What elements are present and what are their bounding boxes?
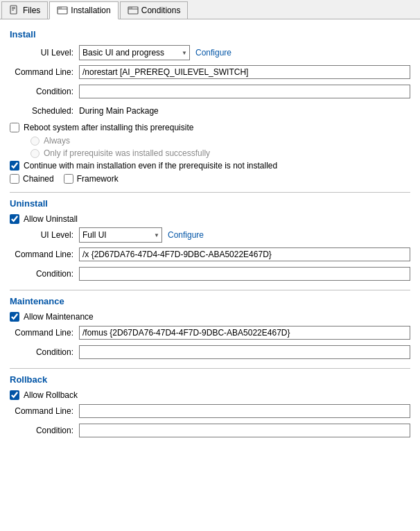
install-condition-label: Condition: [10, 87, 79, 96]
only-if-radio[interactable] [30, 149, 40, 158]
chained-item: Chained [10, 174, 54, 184]
rollback-condition-control [79, 424, 410, 437]
tab-bar: Files Installation Conditions [0, 0, 420, 19]
chained-checkbox[interactable] [10, 174, 19, 184]
uninstall-ui-level-row: UI Level: Full UI Configure [10, 227, 410, 243]
chained-framework-row: Chained Framework [10, 174, 410, 184]
install-condition-input[interactable] [79, 85, 410, 98]
svg-rect-1 [12, 7, 15, 8]
install-divider [10, 192, 410, 193]
framework-checkbox[interactable] [64, 174, 73, 184]
install-condition-control [79, 85, 410, 98]
uninstall-command-line-control [79, 247, 410, 261]
svg-point-11 [131, 8, 132, 9]
ui-level-label: UI Level: [10, 48, 79, 58]
allow-uninstall-label: Allow Uninstall [24, 214, 78, 224]
rollback-condition-input[interactable] [79, 424, 410, 437]
maintenance-command-line-label: Command Line: [10, 328, 79, 338]
uninstall-configure-link[interactable]: Configure [168, 230, 204, 240]
maintenance-command-line-input[interactable] [79, 326, 410, 340]
allow-uninstall-checkbox[interactable] [10, 214, 19, 224]
maintenance-header: Maintenance [10, 296, 410, 306]
continue-checkbox[interactable] [10, 161, 19, 171]
always-label: Always [44, 136, 70, 146]
uninstall-condition-control [79, 267, 410, 281]
uninstall-ui-level-label: UI Level: [10, 230, 79, 240]
continue-row: Continue with main installation even if … [10, 161, 410, 171]
rollback-condition-label: Condition: [10, 426, 79, 435]
maintenance-command-line-row: Command Line: [10, 325, 410, 340]
install-scheduled-control: During Main Package [79, 106, 410, 116]
maintenance-condition-input[interactable] [79, 345, 410, 359]
svg-rect-3 [12, 10, 14, 10]
rollback-command-line-label: Command Line: [10, 406, 79, 416]
ui-level-control: Basic UI and progress Configure [79, 45, 410, 60]
reboot-row: Reboot system after installing this prer… [10, 123, 410, 132]
only-if-label: Only if prerequisite was installed succe… [44, 148, 210, 158]
install-scheduled-label: Scheduled: [10, 106, 79, 116]
allow-rollback-label: Allow Rollback [24, 390, 78, 400]
rollback-section: Rollback Allow Rollback Command Line: Co… [10, 374, 410, 438]
allow-maintenance-checkbox[interactable] [10, 312, 19, 322]
allow-uninstall-row: Allow Uninstall [10, 214, 410, 224]
ui-level-row: UI Level: Basic UI and progress Configur… [10, 45, 410, 60]
install-configure-link[interactable]: Configure [195, 48, 231, 58]
allow-rollback-row: Allow Rollback [10, 390, 410, 400]
uninstall-condition-row: Condition: [10, 266, 410, 281]
tab-conditions-label: Conditions [141, 6, 181, 15]
install-scheduled-row: Scheduled: During Main Package [10, 103, 410, 119]
framework-item: Framework [64, 174, 119, 184]
always-row: Always [30, 136, 410, 146]
allow-maintenance-label: Allow Maintenance [24, 312, 94, 322]
svg-point-10 [129, 8, 130, 9]
uninstall-header: Uninstall [10, 198, 410, 209]
maintenance-condition-control [79, 345, 410, 359]
install-command-line-row: Command Line: [10, 64, 410, 80]
uninstall-section: Uninstall Allow Uninstall UI Level: Full… [10, 198, 410, 281]
uninstall-command-line-label: Command Line: [10, 250, 79, 259]
maintenance-command-line-control [79, 326, 410, 340]
install-command-line-input[interactable] [79, 65, 410, 79]
svg-point-6 [59, 8, 60, 9]
maintenance-condition-label: Condition: [10, 347, 79, 357]
rollback-command-line-control [79, 404, 410, 418]
tab-installation[interactable]: Installation [49, 1, 118, 19]
rollback-header: Rollback [10, 374, 410, 385]
rollback-condition-row: Condition: [10, 423, 410, 438]
ui-level-dropdown-wrapper: Basic UI and progress [79, 45, 190, 60]
tab-conditions[interactable]: Conditions [120, 1, 189, 19]
uninstall-command-line-input[interactable] [79, 247, 410, 261]
installation-icon [57, 5, 68, 16]
main-content: Install UI Level: Basic UI and progress … [0, 19, 420, 531]
ui-level-dropdown[interactable]: Basic UI and progress [79, 45, 190, 60]
rollback-command-line-input[interactable] [79, 404, 410, 418]
maintenance-divider [10, 368, 410, 369]
framework-label: Framework [77, 174, 119, 184]
uninstall-condition-label: Condition: [10, 269, 79, 279]
maintenance-section: Maintenance Allow Maintenance Command Li… [10, 296, 410, 360]
uninstall-ui-level-dropdown[interactable]: Full UI [79, 227, 162, 243]
uninstall-ui-level-control: Full UI Configure [79, 227, 410, 243]
install-header: Install [10, 29, 410, 40]
uninstall-command-line-row: Command Line: [10, 247, 410, 262]
maintenance-condition-row: Condition: [10, 345, 410, 360]
install-condition-row: Condition: [10, 84, 410, 99]
rollback-command-line-row: Command Line: [10, 403, 410, 419]
install-section: Install UI Level: Basic UI and progress … [10, 29, 410, 184]
reboot-label: Reboot system after installing this prer… [24, 123, 193, 132]
tab-files-label: Files [23, 6, 40, 15]
svg-point-7 [61, 8, 62, 9]
always-radio[interactable] [30, 137, 40, 146]
chained-label: Chained [23, 174, 54, 184]
conditions-icon [128, 5, 139, 16]
svg-rect-2 [12, 8, 15, 9]
allow-rollback-checkbox[interactable] [10, 390, 19, 400]
continue-label: Continue with main installation even if … [24, 161, 277, 171]
install-scheduled-value: During Main Package [79, 106, 159, 116]
only-if-row: Only if prerequisite was installed succe… [30, 148, 410, 158]
tab-files[interactable]: Files [1, 1, 48, 19]
reboot-checkbox[interactable] [10, 123, 19, 132]
install-command-line-label: Command Line: [10, 67, 79, 77]
tab-installation-label: Installation [71, 6, 110, 15]
uninstall-condition-input[interactable] [79, 267, 410, 281]
